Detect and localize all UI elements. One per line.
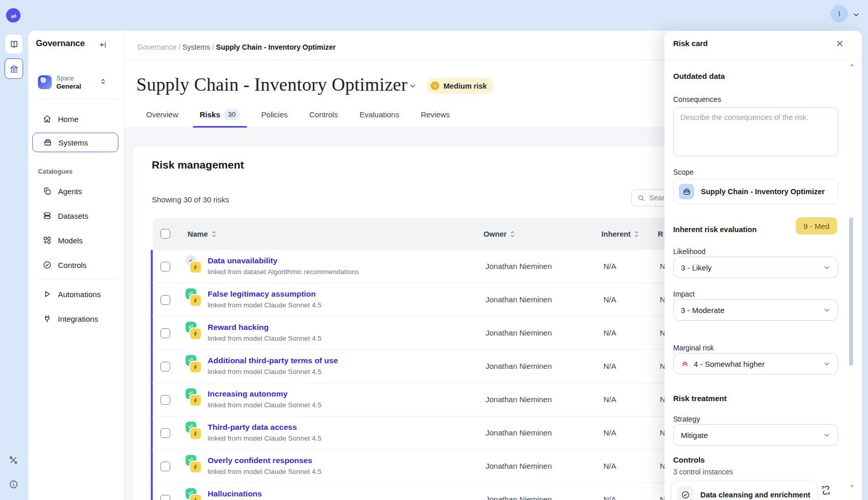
column-header-inherent[interactable]: Inherent <box>601 230 639 238</box>
risk-linked-from: linked from model Claude Sonnet 4.5 <box>208 368 321 376</box>
row-checkbox[interactable] <box>160 428 170 438</box>
plug-icon <box>43 314 52 323</box>
sidebar-item-label: Datasets <box>58 212 88 220</box>
marginal-risk-select[interactable]: 4 - Somewhat higher <box>673 353 838 374</box>
breadcrumb-systems[interactable]: Systems <box>183 43 210 51</box>
tools-icon[interactable] <box>8 455 18 465</box>
sidebar-item-systems[interactable]: Systems <box>32 133 118 152</box>
sidebar-item-controls[interactable]: Controls <box>32 255 118 275</box>
sidebar-item-home[interactable]: Home <box>32 109 118 129</box>
risk-bolt-icon <box>190 328 201 339</box>
breadcrumb-governance[interactable]: Governance <box>137 43 176 51</box>
sidebar-collapse-icon[interactable] <box>99 40 108 49</box>
sidebar-item-label: Integrations <box>58 315 98 323</box>
marginal-risk-label: Marginal risk <box>673 344 714 352</box>
row-checkbox[interactable] <box>160 362 170 371</box>
sort-icon[interactable] <box>634 231 639 238</box>
likelihood-label: Likelihood <box>673 247 705 256</box>
row-checkbox[interactable] <box>160 262 170 272</box>
likelihood-select[interactable]: 3 - Likely <box>673 257 838 278</box>
strategy-select[interactable]: Mitigate <box>673 424 838 446</box>
chevron-down-icon <box>823 431 831 439</box>
impact-select[interactable]: 3 - Moderate <box>673 299 838 321</box>
sidebar-title: Governance <box>36 38 85 48</box>
scroll-down-arrow[interactable]: ▼ <box>850 484 854 489</box>
tab-policies[interactable]: Policies <box>254 100 295 128</box>
sidebar-item-integrations[interactable]: Integrations <box>32 309 118 328</box>
risk-linked-from: linked from model Claude Sonnet 4.5 <box>208 401 321 409</box>
select-all-checkbox[interactable] <box>160 229 170 239</box>
title-chevron-icon[interactable] <box>409 82 417 90</box>
column-header-owner[interactable]: Owner <box>483 230 515 238</box>
risk-name-link[interactable]: Data unavailability <box>208 256 277 265</box>
risks-count-badge: 30 <box>224 109 240 120</box>
risk-bolt-icon <box>190 395 201 406</box>
risk-name-link[interactable]: Hallucinations <box>208 489 262 498</box>
logo-squiggle-icon <box>9 11 18 20</box>
tab-bar: Overview Risks 30 Policies Controls Eval… <box>139 100 457 128</box>
app-logo[interactable] <box>6 8 21 23</box>
showing-count: Showing 30 of 30 risks <box>152 195 229 204</box>
risk-name-link[interactable]: False legitimacy assumption <box>208 289 316 299</box>
risk-owner: Jonathan Nieminen <box>486 295 552 304</box>
risk-bolt-icon <box>190 362 201 372</box>
docs-rail-button[interactable] <box>5 34 23 54</box>
home-icon <box>43 114 52 123</box>
info-icon[interactable] <box>9 480 18 489</box>
controls-heading: Controls <box>673 455 705 464</box>
chevron-down-icon <box>823 360 831 368</box>
risk-bolt-icon <box>190 462 201 472</box>
consequences-textarea[interactable] <box>673 107 838 156</box>
risk-name-link[interactable]: Overly confident responses <box>208 456 312 465</box>
tab-overview[interactable]: Overview <box>139 100 186 128</box>
tab-controls[interactable]: Controls <box>302 100 345 128</box>
sort-icon[interactable] <box>211 231 217 238</box>
user-menu-chevron-icon[interactable] <box>852 11 860 19</box>
strategy-label: Strategy <box>673 415 700 423</box>
sidebar-item-automations[interactable]: Automations <box>32 284 118 304</box>
tab-reviews[interactable]: Reviews <box>414 100 457 128</box>
double-chevron-up-icon <box>681 360 689 368</box>
user-avatar[interactable]: I <box>831 5 848 23</box>
sidebar-item-agents[interactable]: Agents <box>32 181 118 201</box>
risk-name-link[interactable]: Increasing autonomy <box>208 389 288 399</box>
space-label: Space <box>56 75 74 82</box>
row-checkbox[interactable] <box>160 295 170 305</box>
sidebar-item-models[interactable]: Models <box>32 231 118 250</box>
sidebar-item-label: Models <box>58 236 83 245</box>
risk-name-heading: Outdated data <box>673 72 725 80</box>
breadcrumb: Governance / Systems / Supply Chain - In… <box>137 43 336 51</box>
tab-evaluations[interactable]: Evaluations <box>352 100 407 128</box>
scope-item[interactable]: Supply Chain - Inventory Optimizer <box>673 179 838 204</box>
row-checkbox[interactable] <box>160 395 170 405</box>
control-instance-card[interactable]: Data cleansing and enrichment <box>671 481 818 500</box>
risk-bolt-icon <box>190 495 201 500</box>
risk-owner: Jonathan Nieminen <box>486 395 552 404</box>
row-checkbox[interactable] <box>160 462 170 471</box>
governance-rail-button[interactable] <box>5 58 23 79</box>
section-heading: Risk management <box>152 159 244 171</box>
tab-risks[interactable]: Risks 30 <box>193 100 247 128</box>
app-screen: I Governance S <box>0 0 868 500</box>
risk-name-link[interactable]: Third-party data access <box>208 423 297 432</box>
risk-inherent: N/A <box>603 262 616 270</box>
risk-badge-label: Medium risk <box>443 82 487 90</box>
space-name: General <box>56 82 81 90</box>
row-checkbox[interactable] <box>160 328 170 338</box>
panel-scrollbar-thumb[interactable] <box>849 217 853 366</box>
risk-owner: Jonathan Nieminen <box>486 428 552 437</box>
risk-name-link[interactable]: Reward hacking <box>208 323 269 332</box>
unlink-icon[interactable] <box>820 485 832 496</box>
sidebar-item-datasets[interactable]: Datasets <box>32 206 118 225</box>
sort-icon[interactable] <box>510 231 515 238</box>
risk-bolt-icon <box>190 428 201 439</box>
risk-inherent: N/A <box>603 495 616 500</box>
column-header-name[interactable]: Name <box>188 230 217 238</box>
row-checkbox[interactable] <box>160 495 170 500</box>
sidebar-item-label: Home <box>58 115 78 123</box>
risk-inherent: N/A <box>603 428 616 437</box>
close-icon[interactable] <box>835 39 844 48</box>
column-header-residual[interactable]: R <box>658 230 663 238</box>
scroll-up-arrow[interactable]: ▲ <box>850 62 854 67</box>
risk-name-link[interactable]: Additional third-party terms of use <box>208 356 338 365</box>
